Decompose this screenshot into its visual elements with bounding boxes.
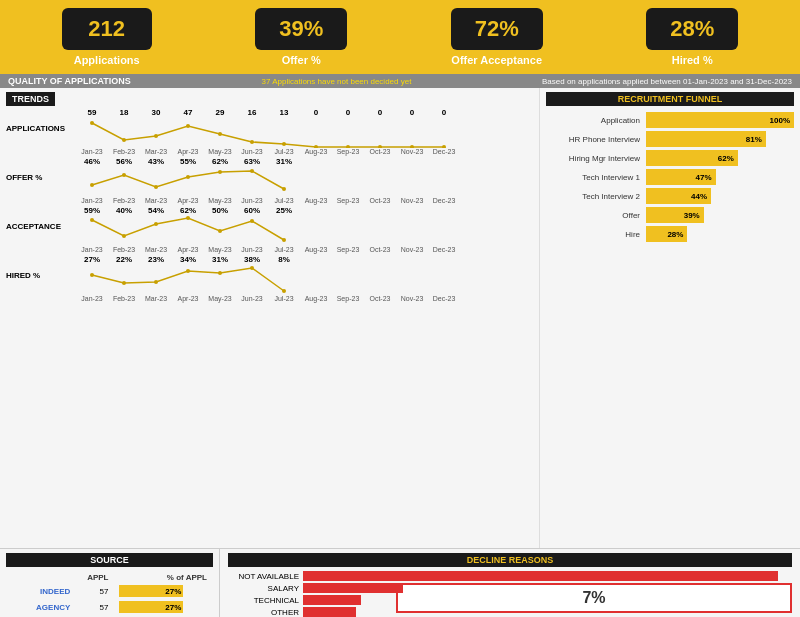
svg-point-24 [250, 219, 254, 223]
funnel-item-tech2: Tech Interview 2 44% [546, 188, 794, 204]
svg-point-25 [282, 238, 286, 242]
hired-trend: HIRED % 27% 22% 23% 34% 31% 38% 8% [6, 255, 533, 302]
acceptance-chart [76, 216, 460, 246]
svg-point-15 [186, 175, 190, 179]
decline-item: OTHER 10% [228, 607, 388, 617]
trends-header: TRENDS [6, 92, 55, 106]
svg-point-20 [122, 234, 126, 238]
decline-header: DECLINE REASONS [228, 553, 792, 567]
offers-declined-value: 7% [582, 589, 605, 606]
funnel-item-tech1: Tech Interview 1 47% [546, 169, 794, 185]
hired-label: HIRED % [6, 255, 76, 280]
quality-note: 37 Applications have not been decided ye… [261, 77, 411, 86]
funnel-item-application: Application 100% [546, 112, 794, 128]
svg-point-3 [186, 124, 190, 128]
svg-point-26 [90, 273, 94, 277]
offer-chart [76, 167, 460, 197]
kpi-card: 28% [646, 8, 738, 50]
svg-point-30 [218, 271, 222, 275]
svg-point-21 [154, 222, 158, 226]
funnel-item-hr-phone: HR Phone Interview 81% [546, 131, 794, 147]
hired-chart [76, 265, 460, 295]
source-col-pct: % of APPL [115, 573, 212, 582]
svg-point-17 [250, 169, 254, 173]
svg-point-28 [154, 280, 158, 284]
svg-point-23 [218, 229, 222, 233]
svg-point-2 [154, 134, 158, 138]
svg-point-32 [282, 289, 286, 293]
acceptance-label: ACCEPTANCE [6, 206, 76, 231]
source-table-row: AGENCY 57 27% [8, 600, 211, 614]
source-table-row: INDEED 57 27% [8, 584, 211, 598]
funnel-panel: RECRUITMENT FUNNEL Application 100% HR P… [540, 88, 800, 548]
source-col-appl: APPL [76, 573, 112, 582]
svg-point-19 [90, 218, 94, 222]
quality-title: QUALITY OF APPLICATIONS [8, 76, 131, 86]
offer-trend: OFFER % 46% 56% 43% 55% 62% 63% 31% [6, 157, 533, 204]
offers-declined-box: 7% [396, 583, 792, 613]
svg-point-1 [122, 138, 126, 142]
svg-point-5 [250, 140, 254, 144]
svg-point-12 [90, 183, 94, 187]
main-content: TRENDS APPLICATIONS 59 18 30 47 29 16 13… [0, 88, 800, 548]
funnel-header: RECRUITMENT FUNNEL [546, 92, 794, 106]
decline-item: SALARY 19% [228, 583, 388, 593]
kpi-card: 72% [451, 8, 543, 50]
offer-label: OFFER % [6, 157, 76, 182]
source-header: SOURCE [6, 553, 213, 567]
quality-bar: QUALITY OF APPLICATIONS 37 Applications … [0, 74, 800, 88]
svg-point-31 [250, 266, 254, 270]
applications-label: APPLICATIONS [6, 108, 76, 133]
decline-item: NOT AVAILABLE 90% [228, 571, 388, 581]
applications-chart [76, 118, 460, 148]
kpi-bar: 212Applications39%Offer %72%Offer Accept… [0, 0, 800, 74]
decline-reasons-list: NOT AVAILABLE 90% SALARY 19% TECHNICAL 1… [228, 571, 388, 617]
kpi-card: 39% [255, 8, 347, 50]
funnel-item-hiring-mgr: Hiring Mgr Interview 62% [546, 150, 794, 166]
svg-point-14 [154, 185, 158, 189]
svg-point-16 [218, 170, 222, 174]
svg-point-6 [282, 142, 286, 146]
quality-date: Based on applications applied between 01… [542, 77, 792, 86]
svg-point-29 [186, 269, 190, 273]
funnel-item-offer: Offer 39% [546, 207, 794, 223]
decline-item: TECHNICAL 11% [228, 595, 388, 605]
svg-point-4 [218, 132, 222, 136]
bottom-panels: SOURCE APPL % of APPL INDEED 57 27% AGEN… [0, 548, 800, 617]
trends-panel: TRENDS APPLICATIONS 59 18 30 47 29 16 13… [0, 88, 540, 548]
source-table: APPL % of APPL INDEED 57 27% AGENCY 57 2… [6, 571, 213, 617]
applications-trend: APPLICATIONS 59 18 30 47 29 16 13 0 0 0 … [6, 108, 533, 155]
source-panel: SOURCE APPL % of APPL INDEED 57 27% AGEN… [0, 549, 220, 617]
decline-panel: DECLINE REASONS NOT AVAILABLE 90% SALARY… [220, 549, 800, 617]
svg-point-18 [282, 187, 286, 191]
svg-point-0 [90, 121, 94, 125]
svg-point-22 [186, 216, 190, 220]
svg-point-13 [122, 173, 126, 177]
funnel-item-hire: Hire 28% [546, 226, 794, 242]
acceptance-trend: ACCEPTANCE 59% 40% 54% 62% 50% 60% 25% [6, 206, 533, 253]
svg-point-27 [122, 281, 126, 285]
kpi-card: 212 [62, 8, 152, 50]
